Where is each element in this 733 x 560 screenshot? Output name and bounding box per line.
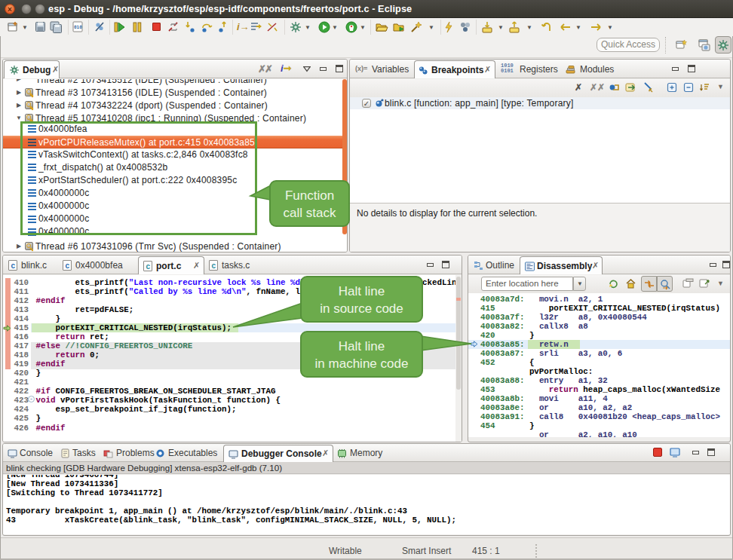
svg-text:010: 010 [74, 24, 82, 29]
